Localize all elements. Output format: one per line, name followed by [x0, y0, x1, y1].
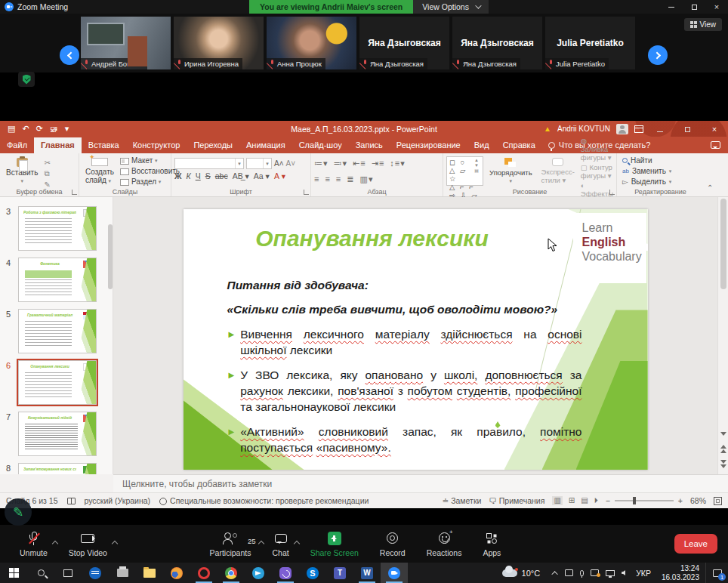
language-indicator[interactable]: УКР	[631, 569, 656, 578]
replace-button[interactable]: abЗаменить ▾	[622, 167, 671, 175]
slide-thumbnail-7[interactable]: Комунікативний підхід	[18, 412, 97, 456]
reading-view-icon[interactable]: ▤	[581, 496, 588, 505]
video-tile[interactable]: Julia Peretiatko Julia Peretiatko	[545, 17, 635, 69]
notes-toggle[interactable]: ≐ Заметки	[442, 496, 481, 505]
video-tile[interactable]: Ирина Игоревна	[174, 17, 264, 69]
account-avatar[interactable]	[616, 124, 628, 134]
tab-insert[interactable]: Вставка	[82, 137, 126, 153]
tab-review[interactable]: Рецензирование	[390, 137, 467, 153]
select-button[interactable]: ▻Выделить ▾	[622, 177, 671, 186]
change-case-icon[interactable]: Aa ▾	[254, 171, 270, 180]
align-left-icon[interactable]: ≡	[314, 174, 319, 184]
chat-button[interactable]: Chat	[261, 531, 299, 557]
security-shield-icon[interactable]	[18, 72, 35, 87]
tab-file[interactable]: Файл	[0, 137, 34, 153]
clear-format-icon[interactable]: abc	[215, 171, 228, 180]
comments-toggle[interactable]: 🗨 Примечания	[489, 496, 544, 505]
tab-animations[interactable]: Анимация	[239, 137, 292, 153]
slide-canvas[interactable]: Опанування лексики Learn English Vocabul…	[184, 209, 648, 470]
tab-view[interactable]: Вид	[467, 137, 496, 153]
reactions-button[interactable]: + Reactions	[416, 531, 473, 557]
weather-widget[interactable]: 10°C	[495, 569, 548, 578]
opera-button[interactable]	[190, 563, 217, 583]
arrange-button[interactable]: Упорядочить▾	[486, 156, 535, 186]
tab-transitions[interactable]: Переходы	[187, 137, 239, 153]
grow-font-icon[interactable]: А˄	[274, 159, 284, 168]
font-name-combo[interactable]: ▾	[174, 158, 244, 169]
leave-button[interactable]: Leave	[674, 534, 717, 554]
record-button[interactable]: Record	[369, 531, 416, 557]
taskbar-app-blue[interactable]	[82, 563, 109, 583]
language-status[interactable]: русский (Украина)	[85, 496, 151, 505]
slideshow-icon[interactable]: ⏵	[594, 496, 598, 505]
video-tile[interactable]: Яна Дзыговская Яна Дзыговская	[359, 17, 449, 69]
teams-button[interactable]: T	[326, 563, 353, 583]
shrink-font-icon[interactable]: А˅	[286, 159, 296, 168]
zoom-slider[interactable]: −+	[606, 496, 683, 505]
tray-mic-icon[interactable]	[580, 570, 584, 576]
italic-button[interactable]: К	[187, 171, 191, 180]
font-size-combo[interactable]: ▾	[246, 158, 272, 169]
share-screen-button[interactable]: Share Screen	[300, 531, 369, 557]
word-button[interactable]: W	[353, 563, 381, 583]
decrease-indent-icon[interactable]: ⇤≡	[353, 159, 366, 168]
new-slide-button[interactable]: Создатьслайд ▾	[82, 156, 117, 186]
align-right-icon[interactable]: ≡	[336, 174, 341, 184]
shapes-gallery[interactable]: ▲▼▤ ◻ ○ △ ▱ ☆ △ ⌐ ⌐ ⇨ ⇩ ▱ ⇨ { } ~ ◇	[446, 156, 483, 186]
mic-options-caret[interactable]	[52, 540, 58, 546]
next-slide-button[interactable]	[718, 458, 728, 470]
increase-indent-icon[interactable]: ⇥≡	[372, 159, 385, 168]
scroll-down-button[interactable]	[718, 427, 728, 440]
chat-caret[interactable]	[293, 540, 299, 546]
ribbon-display-options-icon[interactable]	[634, 125, 643, 133]
line-spacing-icon[interactable]: ↕≡▾	[390, 159, 405, 168]
tab-record[interactable]: Запись	[349, 137, 390, 153]
clipboard-dialog-launcher[interactable]	[72, 190, 77, 195]
save-icon[interactable]: ▤	[8, 124, 15, 134]
view-options-button[interactable]: View Options	[413, 0, 489, 14]
stop-video-button[interactable]: Stop Video	[58, 531, 118, 557]
participants-button[interactable]: Participants 25	[199, 531, 262, 557]
comments-icon[interactable]	[711, 141, 720, 149]
underline-button[interactable]: Ч	[196, 171, 201, 180]
ppt-restore-button[interactable]	[677, 125, 698, 134]
file-explorer-button[interactable]	[136, 563, 163, 583]
tray-expand-chevron[interactable]	[554, 571, 558, 575]
columns-icon[interactable]: ▥▾	[359, 174, 373, 184]
qat-customize-icon[interactable]: ▾	[65, 124, 69, 134]
tray-volume-icon[interactable]	[622, 570, 625, 575]
fit-slide-icon[interactable]	[714, 497, 722, 505]
strip-prev-button[interactable]	[60, 45, 79, 65]
tray-message-icon[interactable]	[591, 569, 599, 576]
tab-home[interactable]: Главная	[34, 137, 82, 153]
paste-button[interactable]: Вставить▾	[3, 156, 41, 186]
slide-sorter-icon[interactable]: ⊞	[569, 496, 575, 505]
undo-icon[interactable]: ↶	[22, 124, 29, 134]
zoom-taskbar-button[interactable]	[381, 563, 408, 583]
view-layout-button[interactable]: View	[684, 18, 723, 31]
task-view-button[interactable]	[54, 563, 82, 583]
previous-slide-button[interactable]	[718, 443, 728, 455]
tray-window-icon[interactable]	[565, 569, 573, 576]
align-center-icon[interactable]: ≡	[325, 174, 330, 184]
bold-button[interactable]: Ж	[174, 171, 182, 180]
telegram-button[interactable]	[245, 563, 272, 583]
normal-view-icon[interactable]: ▥	[552, 496, 562, 505]
taskbar-printer[interactable]	[109, 563, 136, 583]
bullets-icon[interactable]: ≔▾	[314, 159, 329, 168]
viber-button[interactable]	[272, 563, 299, 583]
collapse-ribbon-icon[interactable]: ⌃	[707, 184, 713, 192]
tray-network-icon[interactable]	[606, 570, 615, 576]
notification-center-button[interactable]: 1	[705, 563, 728, 583]
font-dialog-launcher[interactable]	[304, 190, 309, 195]
strikethrough-button[interactable]: S	[205, 171, 211, 180]
maximize-button[interactable]	[683, 0, 705, 14]
shape-outline-button[interactable]: ▢ Контур фигуры ▾	[581, 163, 613, 180]
shape-fill-button[interactable]: ◍ Заливка фигуры ▾	[581, 137, 613, 162]
redo-icon[interactable]: ⟳	[36, 124, 43, 134]
zoom-percent[interactable]: 68%	[690, 496, 706, 505]
ppt-minimize-button[interactable]	[649, 125, 671, 134]
video-tile[interactable]: Анна Процюк	[267, 17, 356, 69]
start-button[interactable]	[0, 563, 27, 583]
account-name[interactable]: Andrii KOVTUN	[557, 125, 610, 133]
